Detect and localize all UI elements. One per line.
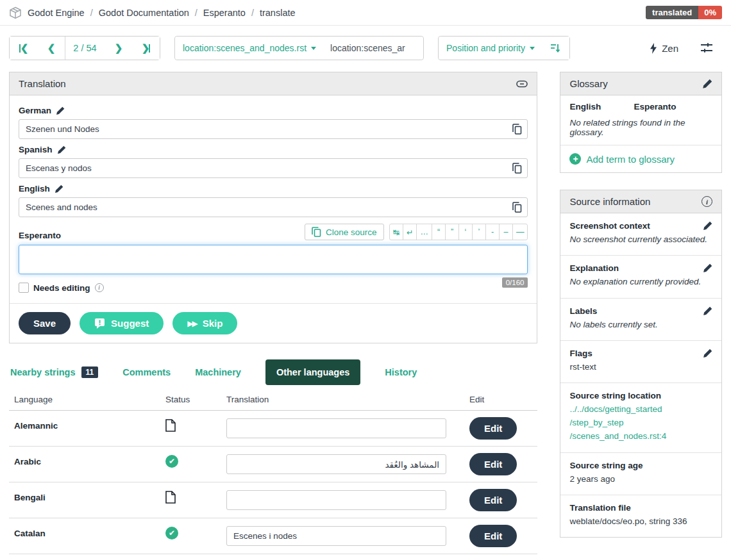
edit-screenshot-button[interactable] [703,221,712,231]
nearby-count-badge: 11 [81,366,99,378]
edit-catalan-button[interactable]: Edit [469,525,517,547]
translation-actions: Save Suggest ▶▶ Skip [10,303,537,343]
spanish-translation-input[interactable] [19,158,528,178]
first-icon: ❮ [19,42,28,54]
table-row: Bengali Edit [9,482,537,518]
edit-flags-button[interactable] [703,349,712,358]
pencil-icon[interactable] [55,185,63,194]
zen-mode-button[interactable]: Zen [650,43,678,54]
english-label: English [19,184,528,194]
untranslated-document-icon [165,417,226,434]
glossary-card: Glossary English Esperanto No related st… [560,72,722,173]
english-source-input[interactable] [19,197,528,217]
tab-machinery[interactable]: Machinery [195,359,241,385]
skip-button[interactable]: ▶▶ Skip [172,312,237,334]
breadcrumb-language[interactable]: Esperanto [203,8,246,18]
tab-label: Nearby strings [10,367,76,377]
next-icon: ❯ [115,42,122,54]
tab-nearby-strings[interactable]: Nearby strings 11 [10,359,98,386]
needs-editing-label[interactable]: Needs editing [33,283,90,293]
first-string-button[interactable]: ❮ [10,37,37,60]
german-translation-input[interactable] [19,119,528,139]
insert-endash-button[interactable]: – [499,224,513,240]
language-name: English [19,184,50,194]
english-field-wrap [19,197,528,217]
insert-rdquo-button[interactable]: ” [445,224,459,240]
needs-editing-checkbox[interactable] [19,283,29,293]
copy-english-button[interactable] [508,199,525,215]
row-language: Arabic [14,453,165,466]
pencil-icon[interactable] [57,145,66,154]
sort-dropdown[interactable]: Position and priority [439,37,542,60]
section-label: Flags [569,349,592,358]
tab-other-languages[interactable]: Other languages [265,359,360,385]
row-translation-input[interactable] [226,526,446,546]
suggest-button[interactable]: Suggest [80,312,164,334]
last-string-button[interactable]: ❯ [132,37,160,60]
insert-lsquo-button[interactable]: ‘ [458,224,473,240]
row-language: Catalan [14,525,165,538]
section-label: Explanation [569,263,619,273]
esperanto-label: Esperanto [19,231,61,240]
source-info-header: Source information i [560,190,721,213]
previous-icon: ❮ [47,42,55,54]
table-row: Arabic ✔ Edit [9,447,537,482]
insert-rsquo-button[interactable]: ’ [472,224,486,240]
edit-arabic-button[interactable]: Edit [469,453,517,475]
insert-newline-button[interactable]: ↵ [403,224,417,240]
pencil-icon [703,349,712,358]
add-term-to-glossary-button[interactable]: + Add term to glossary [560,145,721,172]
source-location-link[interactable]: ../../docs/getting_started [569,403,712,416]
table-row: Catalan ✔ Edit [9,518,537,554]
col-status: Status [165,395,226,404]
row-translation-input[interactable] [226,454,446,474]
next-string-button[interactable]: ❯ [105,37,132,60]
col-translation: Translation [226,395,453,404]
copy-icon [512,124,522,135]
glossary-col-esperanto: Esperanto [634,102,712,111]
filter-dropdown-label: location:scenes_and_nodes.rst [183,43,307,53]
edit-explanation-button[interactable] [703,263,712,273]
previous-string-button[interactable]: ❮ [37,37,65,60]
section-value: weblate/docs/eo.po, string 336 [569,515,712,528]
row-translation-input[interactable] [226,490,446,510]
edit-alemannic-button[interactable]: Edit [469,417,517,440]
source-location-link[interactable]: /step_by_step [569,416,712,430]
edit-bengali-button[interactable]: Edit [469,489,517,511]
insert-hyphen-button[interactable]: - [485,224,500,240]
breadcrumb-project[interactable]: Godot Engine [28,8,85,18]
breadcrumb: Godot Engine / Godot Documentation / Esp… [9,6,296,19]
breadcrumb-page[interactable]: translate [260,8,296,18]
row-translation-input[interactable] [226,418,446,438]
col-edit: Edit [453,395,537,404]
insert-tab-button[interactable]: ↹ [389,224,403,240]
source-location-link[interactable]: /scenes_and_nodes.rst:4 [569,430,712,443]
edit-glossary-button[interactable] [702,79,712,89]
tab-history[interactable]: History [385,359,417,385]
tab-comments[interactable]: Comments [122,359,171,385]
translation-card-header: Translation [10,72,537,95]
filter-dropdown[interactable]: location:scenes_and_nodes.rst [175,37,324,60]
breadcrumb-component[interactable]: Godot Documentation [99,8,189,18]
insert-emdash-button[interactable]: — [512,224,528,240]
insert-ldquo-button[interactable]: “ [432,224,446,240]
settings-button[interactable] [700,42,713,54]
save-button[interactable]: Save [19,312,71,334]
copy-spanish-button[interactable] [508,160,525,176]
clone-source-button[interactable]: Clone source [305,224,384,240]
other-languages-table: Language Status Translation Edit Alemann… [9,395,537,554]
untranslated-document-icon [165,489,226,506]
pencil-icon [703,306,712,316]
edit-labels-button[interactable] [703,306,712,316]
insert-ellipsis-button[interactable]: … [416,224,432,240]
translation-card-body: German Spanish [10,95,537,303]
esperanto-translation-textarea[interactable] [19,245,528,274]
german-label: German [19,106,528,115]
copy-german-button[interactable] [508,121,525,137]
search-input[interactable] [324,37,423,60]
sort-direction-button[interactable] [542,37,569,60]
translated-progress-badge[interactable]: translated 0% [646,6,722,19]
permalink-button[interactable] [516,80,528,88]
copy-icon [512,202,522,213]
pencil-icon[interactable] [56,106,65,115]
